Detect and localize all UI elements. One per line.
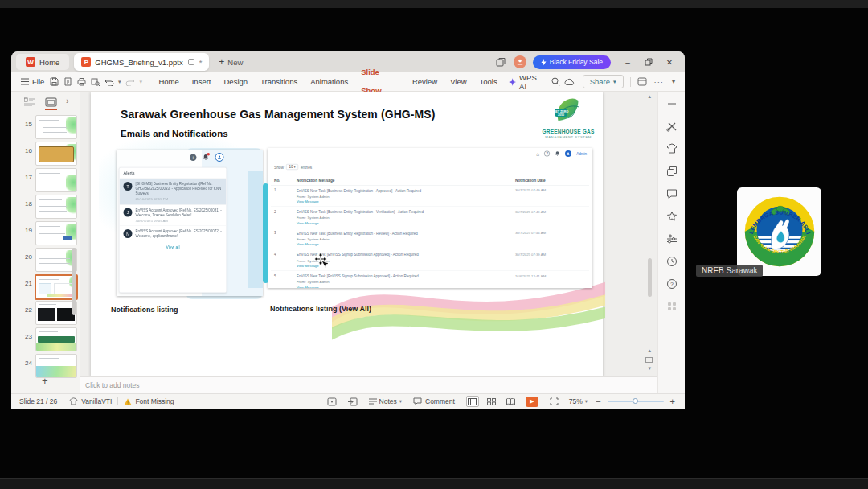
search-button[interactable]: [549, 76, 563, 88]
collapse-rail-button[interactable]: [666, 98, 678, 109]
comment-button[interactable]: Comment: [413, 397, 455, 405]
theme-name[interactable]: VanillaVTI: [81, 397, 112, 405]
tab-list-icon[interactable]: [496, 57, 506, 67]
menu-animations[interactable]: Animations: [304, 72, 354, 91]
apps-grid-icon[interactable]: [666, 301, 678, 312]
zoom-slider-knob[interactable]: [633, 398, 638, 404]
thumb-image: [39, 146, 74, 162]
minimize-icon: –: [625, 58, 630, 67]
outline-view-icon[interactable]: [24, 97, 35, 107]
slide-thumb-20[interactable]: [35, 248, 77, 272]
tools-icon[interactable]: [666, 121, 678, 132]
file-menu[interactable]: File: [18, 77, 47, 86]
menu-insert[interactable]: Insert: [186, 72, 218, 91]
star-favorites-icon[interactable]: [666, 211, 678, 222]
minimize-button[interactable]: –: [617, 54, 638, 70]
share-button[interactable]: Share ▾: [583, 75, 624, 88]
wps-ai-label: WPS AI: [519, 73, 544, 91]
slide-thumbnail-panel: › 15 16 17 18 19 20 21 22 23: [11, 92, 80, 393]
slide-thumb-21-selected[interactable]: [35, 274, 78, 300]
slide-view-icon[interactable]: [45, 97, 57, 107]
undo-dropdown[interactable]: ▾: [116, 76, 123, 88]
add-slide-button[interactable]: +: [42, 375, 48, 387]
output-pdf-button[interactable]: [61, 76, 75, 88]
zoom-out-button[interactable]: −: [596, 397, 600, 406]
comment-panel-icon[interactable]: [666, 188, 678, 199]
notes-toggle[interactable]: Notes ▾: [369, 397, 402, 405]
slide-thumb-23[interactable]: [35, 327, 77, 351]
slide-thumb-19[interactable]: [35, 221, 77, 245]
account-avatar[interactable]: [514, 55, 526, 68]
redo-dropdown[interactable]: ▾: [137, 76, 145, 88]
restore-icon: [645, 58, 653, 66]
notification-badge: [207, 153, 211, 156]
print-button[interactable]: [75, 76, 88, 88]
table-row: 3 EnVISS New Task [Business Entity Regis…: [271, 228, 589, 250]
menu-review[interactable]: Review: [406, 72, 444, 91]
thumb-image: [39, 283, 51, 294]
previous-slide-button[interactable]: ▴: [648, 347, 651, 354]
menu-view[interactable]: View: [444, 72, 473, 91]
alerts-view-all-link: View all: [120, 242, 227, 252]
zoom-slider[interactable]: [608, 401, 664, 402]
cloud-sync-icon[interactable]: [563, 76, 576, 88]
close-button[interactable]: ✕: [659, 54, 680, 70]
slide-sorter-view-button[interactable]: [485, 396, 498, 407]
help-icon[interactable]: ?: [666, 278, 678, 290]
bell-icon: [203, 154, 210, 161]
normal-view-button[interactable]: [466, 396, 479, 407]
more-options-button[interactable]: ···: [649, 77, 669, 86]
skin-theme-icon[interactable]: [666, 143, 678, 154]
slide-thumb-15[interactable]: [35, 115, 77, 139]
collapse-ribbon-button[interactable]: ▾: [669, 78, 678, 85]
canvas-scrollbar[interactable]: [648, 258, 652, 297]
zoom-in-button[interactable]: +: [670, 397, 675, 406]
notes-input[interactable]: Click to add notes: [80, 376, 657, 393]
menu-home[interactable]: Home: [152, 72, 185, 91]
settings-sliders-icon[interactable]: [666, 233, 678, 244]
redo-button[interactable]: [124, 76, 137, 88]
slide-thumb-17[interactable]: [35, 168, 77, 192]
fit-slide-button[interactable]: [548, 396, 561, 407]
import-notes-icon[interactable]: [346, 396, 359, 407]
caret-icon: ▾: [585, 398, 588, 405]
restore-button[interactable]: [638, 54, 659, 70]
new-tab-button[interactable]: + New: [219, 56, 243, 68]
tab-document[interactable]: P GHGMS_Briefing_v1.pptx *: [74, 53, 209, 71]
caption-right: Notifications listing (View All): [270, 305, 371, 313]
editor-canvas[interactable]: Sarawak Greenhouse Gas Management System…: [80, 92, 657, 376]
shapes-copy-icon[interactable]: [666, 166, 678, 177]
expand-panel-chevron[interactable]: ›: [66, 96, 69, 105]
slide-thumb-18[interactable]: [35, 195, 77, 219]
zoom-level[interactable]: 75%: [569, 397, 583, 405]
thumb-number: 17: [18, 174, 32, 181]
slide-thumb-22[interactable]: [35, 301, 77, 325]
menu-tools[interactable]: Tools: [473, 72, 504, 91]
ribbon-layout-button[interactable]: [636, 76, 649, 88]
promo-banner-button[interactable]: Black Friday Sale: [533, 55, 611, 69]
right-sidebar-rail: ?: [657, 92, 685, 393]
slide-size-icon[interactable]: [326, 396, 338, 407]
menu-wps-ai[interactable]: WPS AI: [504, 73, 549, 91]
next-slide-button[interactable]: ▾: [648, 365, 651, 372]
slide-21[interactable]: Sarawak Greenhouse Gas Management System…: [91, 92, 603, 376]
ghgms-leaf-icon: NET ZERO 2050: [520, 97, 616, 129]
menu-transitions[interactable]: Transitions: [254, 72, 304, 91]
slideshow-play-button[interactable]: ▶: [526, 397, 538, 407]
slide-nav-box[interactable]: [645, 357, 653, 363]
svg-text:NET ZERO: NET ZERO: [554, 110, 569, 113]
font-missing-warning[interactable]: Font Missing: [135, 397, 174, 405]
print-preview-button[interactable]: [88, 76, 102, 88]
ghgms-logo: NET ZERO 2050 GREENHOUSE GAS MANAGEMENT …: [520, 97, 616, 153]
undo-button[interactable]: [102, 76, 116, 88]
save-button[interactable]: [47, 76, 61, 88]
slide-thumb-16[interactable]: [35, 142, 77, 166]
scroll-up-arrow[interactable]: ▴: [648, 93, 651, 100]
unsaved-indicator: *: [199, 58, 203, 67]
history-clock-icon[interactable]: [666, 256, 678, 267]
panel-scrollbar[interactable]: [72, 248, 76, 315]
reading-view-button[interactable]: [505, 396, 518, 407]
menu-design[interactable]: Design: [218, 72, 255, 91]
thumb-number: 18: [18, 200, 32, 208]
tab-home[interactable]: W Home: [16, 54, 69, 70]
